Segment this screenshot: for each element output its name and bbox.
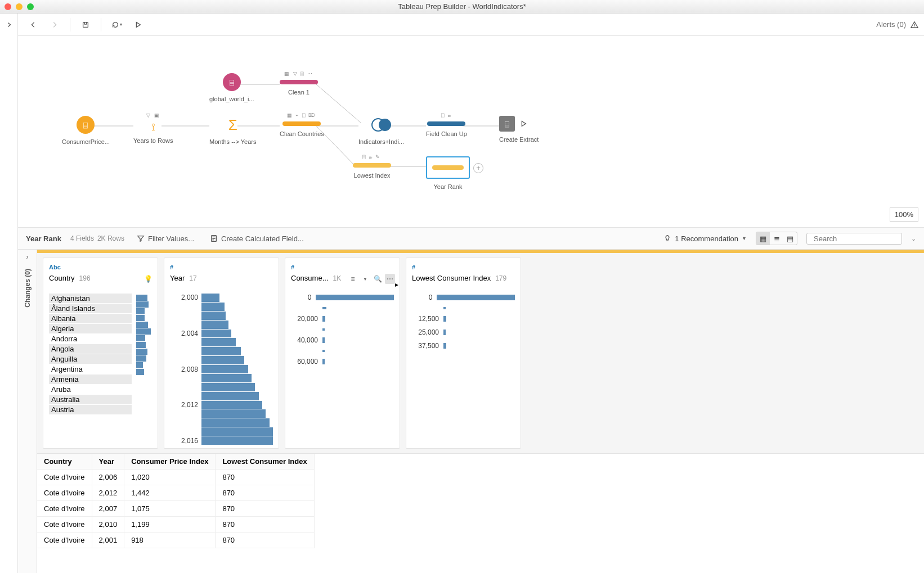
zoom-level[interactable]: 100% (890, 207, 918, 222)
list-item[interactable]: Austria (49, 405, 132, 414)
list-item[interactable]: Angola (49, 344, 132, 354)
profile-card-country[interactable]: Abc 💡 Country196 AfghanistanÅland Island… (43, 258, 158, 449)
column-header[interactable]: Lowest Consumer Index (216, 454, 314, 470)
run-flow-button[interactable] (128, 16, 147, 34)
hist-bar (201, 321, 228, 329)
mini-bar (136, 301, 149, 308)
type-number-icon: # (412, 264, 515, 270)
profile-card-lci[interactable]: # Lowest Consumer Index179 012,50025,000… (406, 258, 521, 449)
list-item[interactable]: Aruba (49, 385, 132, 394)
chevron-down-icon: ▼ (742, 236, 747, 241)
hist-bar (316, 295, 394, 300)
mini-bar (136, 328, 151, 335)
column-header[interactable]: Country (37, 454, 92, 470)
hist-bar (201, 312, 226, 320)
window-title: Tableau Prep Builder - WorldIndicators* (0, 2, 924, 11)
list-item[interactable]: Albania (49, 314, 132, 323)
minimize-window-icon[interactable] (16, 3, 23, 10)
search-box[interactable] (806, 233, 902, 245)
hist-bar (443, 316, 446, 322)
list-item[interactable]: Australia (49, 395, 132, 404)
table-row[interactable]: Cote d'Ivoire2,0101,199870 (37, 517, 314, 533)
filter-values-button[interactable]: Filter Values... (133, 232, 198, 245)
refresh-button[interactable]: ▾ (107, 16, 126, 34)
hist-bar (201, 409, 266, 418)
flow-node-global-world[interactable]: ⌸ global_world_i... (209, 73, 254, 102)
sort-icon[interactable]: ≡ (348, 274, 358, 284)
add-step-button[interactable]: + (473, 163, 483, 173)
collapse-profile-icon[interactable]: ⌄ (911, 235, 916, 242)
hist-bar (201, 392, 259, 400)
hist-bar (322, 307, 326, 309)
flow-node-clean-countries[interactable]: ▦ ⌁ ⌸ ⌦ Clean Countries (280, 112, 324, 137)
search-input[interactable] (814, 234, 908, 243)
step-indicators: ▽ ▣ (133, 112, 173, 119)
hist-bar (201, 347, 241, 355)
flow-node-field-cleanup[interactable]: ⌸ ⌦ Field Clean Up (426, 112, 467, 137)
profile-card-year[interactable]: # Year17 2,0002,0042,0082,0122,016 (164, 258, 279, 449)
view-profile-button[interactable]: ▦ (756, 232, 770, 245)
changes-pane-rail[interactable]: › Changes (0) (18, 250, 37, 573)
table-row[interactable]: Cote d'Ivoire2,0121,442870 (37, 485, 314, 501)
table-row[interactable]: Cote d'Ivoire2,001918870 (37, 533, 314, 548)
hist-bar (201, 303, 225, 311)
svg-point-12 (379, 119, 391, 131)
flow-node-years-to-rows[interactable]: ▽ ▣ ⟟ Years to Rows (133, 112, 173, 144)
list-item[interactable]: Armenia (49, 375, 132, 384)
hist-bar (322, 359, 325, 364)
expand-changes-icon[interactable]: › (26, 253, 29, 261)
list-item[interactable]: Algeria (49, 324, 132, 333)
data-grid[interactable]: CountryYearConsumer Price IndexLowest Co… (37, 453, 924, 573)
flow-node-indicators-join[interactable]: Indicators+Indi... (358, 116, 404, 145)
changes-label: Changes (0) (24, 269, 32, 308)
flow-node-clean1[interactable]: ▦ ▽ ⌸ ⋯ Clean 1 (280, 71, 318, 96)
back-button[interactable] (24, 16, 43, 34)
search-field-icon[interactable]: 🔍 (373, 274, 383, 284)
list-item[interactable]: Åland Islands (49, 304, 132, 313)
table-row[interactable]: Cote d'Ivoire2,0071,075870 (37, 501, 314, 517)
close-window-icon[interactable] (5, 3, 11, 10)
view-grid-button[interactable]: ▤ (783, 232, 797, 245)
type-number-icon: # (291, 264, 394, 270)
hist-bar (201, 356, 244, 364)
calc-icon (210, 234, 218, 242)
hist-bar (322, 350, 325, 352)
mini-bar (136, 349, 147, 355)
main-toolbar: ▾ Alerts (0) (18, 13, 924, 36)
table-row[interactable]: Cote d'Ivoire2,0061,020870 (37, 470, 314, 485)
mac-titlebar: Tableau Prep Builder - WorldIndicators* (0, 0, 924, 13)
hist-bar (201, 374, 252, 382)
mini-bar (136, 322, 148, 328)
flow-node-months-years[interactable]: Σ Months --> Years (209, 116, 256, 145)
list-item[interactable]: Afghanistan (49, 294, 132, 303)
flow-node-create-extract[interactable]: ⌸ Create Extract (499, 116, 539, 143)
svg-rect-0 (83, 22, 88, 27)
flow-node-lowest-index[interactable]: ⌸ ⌦ ✎ Lowest Index (353, 154, 391, 179)
column-header[interactable]: Consumer Price Index (124, 454, 216, 470)
sort-dir-icon[interactable]: ▼ (360, 274, 370, 284)
flow-node-consumer-price[interactable]: ⌸ ConsumerPrice... (62, 116, 110, 145)
list-item[interactable]: Argentina (49, 364, 132, 374)
type-number-icon: # (170, 264, 273, 270)
create-calc-field-button[interactable]: Create Calculated Field... (207, 232, 307, 245)
profile-card-cpi[interactable]: # ≡ ▼ 🔍 ⋯ Consume...1K 020,00040,00060,0… (285, 258, 400, 449)
save-button[interactable] (76, 16, 95, 34)
flow-node-year-rank[interactable]: Year Rank + (426, 156, 470, 190)
collapse-connections-button[interactable] (0, 13, 18, 36)
zoom-window-icon[interactable] (27, 3, 34, 10)
list-item[interactable]: Andorra (49, 334, 132, 344)
view-list-button[interactable]: ≣ (770, 232, 783, 245)
column-header[interactable]: Year (92, 454, 124, 470)
more-options-button[interactable]: ⋯ (385, 274, 395, 284)
alerts-label[interactable]: Alerts (0) (876, 20, 906, 29)
recommendation-button[interactable]: 1 Recommendation ▼ (663, 234, 747, 243)
bulb-icon[interactable]: 💡 (143, 274, 153, 284)
alert-icon (910, 21, 918, 29)
window-controls (5, 3, 34, 10)
hist-bar (201, 418, 270, 427)
list-item[interactable]: Anguilla (49, 354, 132, 364)
forward-button[interactable] (45, 16, 64, 34)
run-output-icon[interactable] (519, 120, 527, 128)
flow-canvas[interactable]: ⌸ global_world_i... ▦ ▽ ⌸ ⋯ Clean 1 ⌸ Co… (18, 36, 924, 227)
rows-count: 2K Rows (97, 234, 124, 242)
